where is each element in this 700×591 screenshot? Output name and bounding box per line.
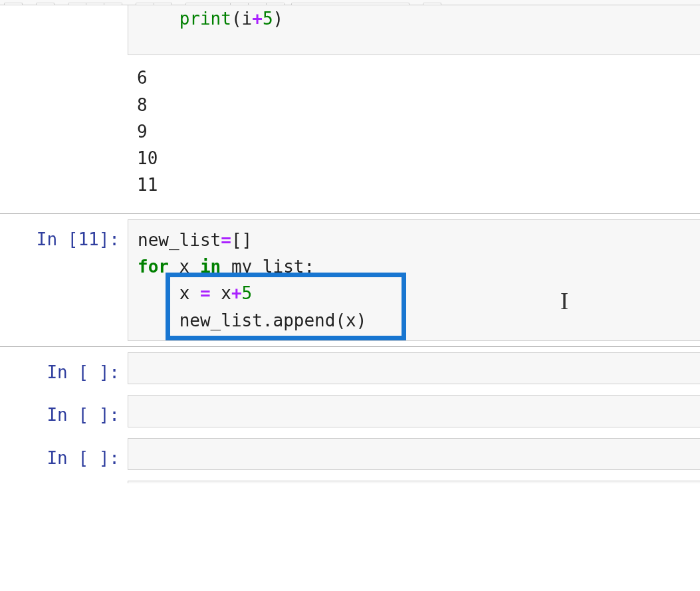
code-cell: In [ ]:: [0, 347, 700, 390]
input-prompt: In [ ]:: [0, 395, 128, 427]
code-cell-input[interactable]: new_list=[] for x in my_list: x = x+5 ne…: [128, 219, 700, 341]
copy-button[interactable]: [86, 3, 104, 5]
save-button[interactable]: [4, 3, 23, 5]
code-cell: In [11]: new_list=[] for x in my_list: x…: [0, 213, 700, 347]
code-cell: [0, 475, 700, 483]
code-cell-input-partial[interactable]: print(i+5): [128, 5, 700, 55]
input-prompt: [0, 481, 128, 483]
cell-output: 6 8 9 10 11: [0, 55, 700, 213]
restart-run-all-button[interactable]: [266, 3, 285, 5]
code-token: print(i+5): [138, 9, 283, 29]
input-prompt: In [11]:: [0, 219, 128, 341]
cut-button[interactable]: [68, 3, 86, 5]
code-cell-input[interactable]: [128, 395, 700, 427]
command-palette-button[interactable]: [423, 3, 441, 5]
restart-button[interactable]: [248, 3, 267, 5]
code-cell-input[interactable]: [128, 352, 700, 384]
cell-type-select[interactable]: [291, 3, 409, 5]
toolbar: [0, 0, 700, 5]
move-down-button[interactable]: [154, 3, 172, 5]
code-cell: In [ ]:: [0, 390, 700, 432]
code-cell: In [ ]:: [0, 433, 700, 475]
input-prompt: In [ ]:: [0, 352, 128, 384]
code-content: new_list=[] for x in my_list: x = x+5 ne…: [138, 227, 691, 334]
move-up-button[interactable]: [136, 3, 154, 5]
add-cell-button[interactable]: [36, 3, 55, 5]
code-cell-input[interactable]: [128, 481, 700, 483]
interrupt-button[interactable]: [230, 3, 249, 5]
code-cell-input[interactable]: [128, 438, 700, 470]
notebook-container: print(i+5) 6 8 9 10 11 In [11]: new_list…: [0, 5, 700, 483]
input-prompt: In [ ]:: [0, 438, 128, 470]
run-button[interactable]: [185, 3, 231, 5]
paste-button[interactable]: [104, 3, 122, 5]
